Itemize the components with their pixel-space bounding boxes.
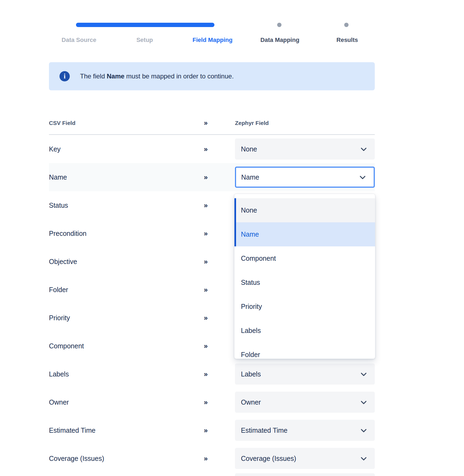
select-value: Owner	[241, 398, 261, 406]
csv-field-label: Estimated Time	[49, 427, 95, 434]
next-row-select-partial[interactable]	[235, 473, 375, 476]
mapping-arrow-icon: »	[204, 229, 207, 238]
csv-field-label: Labels	[49, 370, 69, 378]
csv-field-label: Name	[49, 173, 67, 181]
chevron-down-icon	[361, 398, 367, 406]
chevron-down-icon	[361, 455, 367, 462]
dropdown-option-priority[interactable]: Priority	[234, 295, 375, 319]
zephyr-field-select-key[interactable]: None	[235, 138, 375, 160]
table-row-estimated-time: Estimated Time » Estimated Time	[49, 416, 375, 444]
step-dot-results	[344, 23, 349, 27]
select-value: Name	[241, 173, 259, 181]
mapping-arrow-icon: »	[204, 426, 207, 435]
dropdown-option-status[interactable]: Status	[234, 270, 375, 295]
zephyr-field-select-name[interactable]: Name	[235, 167, 375, 188]
mapping-arrow-icon: »	[204, 370, 207, 378]
csv-field-label: Folder	[49, 286, 68, 294]
step-setup[interactable]: Setup	[136, 37, 153, 44]
zephyr-field-header: Zephyr Field	[235, 120, 269, 126]
progress-bar	[76, 23, 214, 27]
info-icon: i	[59, 71, 70, 81]
zephyr-field-select-owner[interactable]: Owner	[235, 392, 375, 413]
csv-field-label: Component	[49, 342, 84, 350]
select-value: Estimated Time	[241, 427, 287, 434]
mapping-arrow-icon: »	[204, 201, 207, 210]
mapping-arrow-icon: »	[204, 286, 207, 294]
mapping-arrow-icon: »	[204, 342, 207, 350]
dropdown-option-component[interactable]: Component	[234, 246, 375, 270]
alert-text-suffix: must be mapped in order to continue.	[124, 72, 234, 80]
csv-field-label: Key	[49, 145, 61, 153]
select-value: None	[241, 145, 257, 153]
step-data-mapping[interactable]: Data Mapping	[260, 37, 299, 44]
alert-field-name: Name	[107, 72, 124, 80]
table-row-name: Name » Name	[49, 163, 375, 191]
alert-text: The field Name must be mapped in order t…	[80, 62, 234, 90]
zephyr-field-select-estimated-time[interactable]: Estimated Time	[235, 420, 375, 441]
mapping-arrow-icon: »	[204, 119, 207, 127]
step-field-mapping[interactable]: Field Mapping	[193, 37, 233, 44]
csv-field-label: Status	[49, 201, 68, 209]
csv-field-label: Objective	[49, 258, 77, 266]
mapping-arrow-icon: »	[204, 454, 207, 463]
mapping-dropdown: None Name Component Status Priority Labe…	[234, 194, 375, 359]
zephyr-field-select-coverage[interactable]: Coverage (Issues)	[235, 448, 375, 469]
csv-field-label: Precondition	[49, 230, 87, 237]
chevron-down-icon	[361, 370, 367, 378]
mapping-arrow-icon: »	[204, 314, 207, 322]
info-alert: i The field Name must be mapped in order…	[49, 62, 375, 90]
csv-field-label: Priority	[49, 314, 70, 322]
mapping-arrow-icon: »	[204, 145, 207, 153]
csv-field-header: CSV Field	[49, 120, 75, 126]
mapping-arrow-icon: »	[204, 257, 207, 266]
step-dot-data-mapping	[277, 23, 281, 27]
mapping-arrow-icon: »	[204, 398, 207, 406]
zephyr-field-select-labels[interactable]: Labels	[235, 363, 375, 385]
mapping-arrow-icon: »	[204, 173, 207, 181]
table-row-labels: Labels » Labels	[49, 360, 375, 388]
step-results[interactable]: Results	[336, 37, 358, 44]
table-row-owner: Owner » Owner	[49, 388, 375, 416]
chevron-down-icon	[361, 427, 367, 434]
chevron-down-icon	[360, 173, 366, 181]
step-data-source[interactable]: Data Source	[62, 37, 96, 44]
csv-field-label: Coverage (Issues)	[49, 455, 104, 462]
chevron-down-icon	[361, 145, 367, 153]
table-row-key: Key » None	[49, 135, 375, 163]
dropdown-option-none[interactable]: None	[234, 198, 375, 222]
dropdown-option-name[interactable]: Name	[234, 222, 375, 246]
field-mapping-page: Data Source Setup Field Mapping Data Map…	[0, 0, 464, 476]
alert-text-prefix: The field	[80, 72, 107, 80]
select-value: Labels	[241, 370, 261, 378]
dropdown-option-folder[interactable]: Folder	[234, 343, 375, 359]
table-row-coverage: Coverage (Issues) » Coverage (Issues)	[49, 444, 375, 472]
dropdown-option-labels[interactable]: Labels	[234, 319, 375, 343]
csv-field-label: Owner	[49, 398, 69, 406]
select-value: Coverage (Issues)	[241, 455, 296, 462]
